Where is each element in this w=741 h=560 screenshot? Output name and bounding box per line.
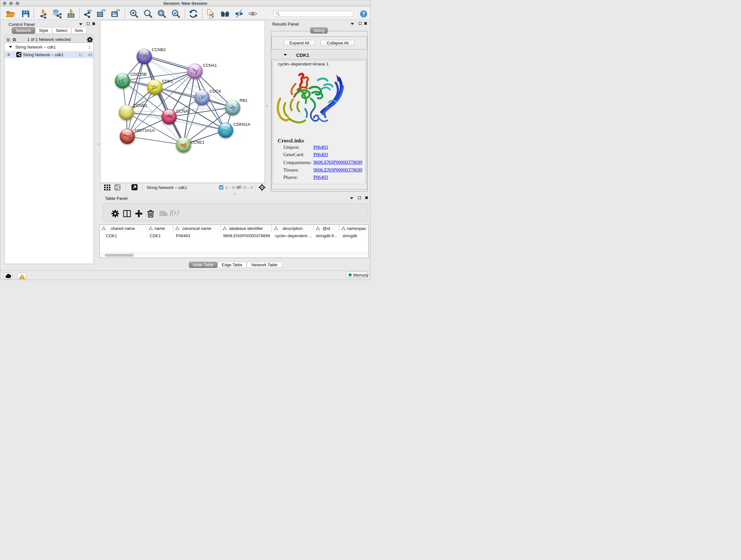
svg-text:?: ? bbox=[362, 11, 365, 17]
